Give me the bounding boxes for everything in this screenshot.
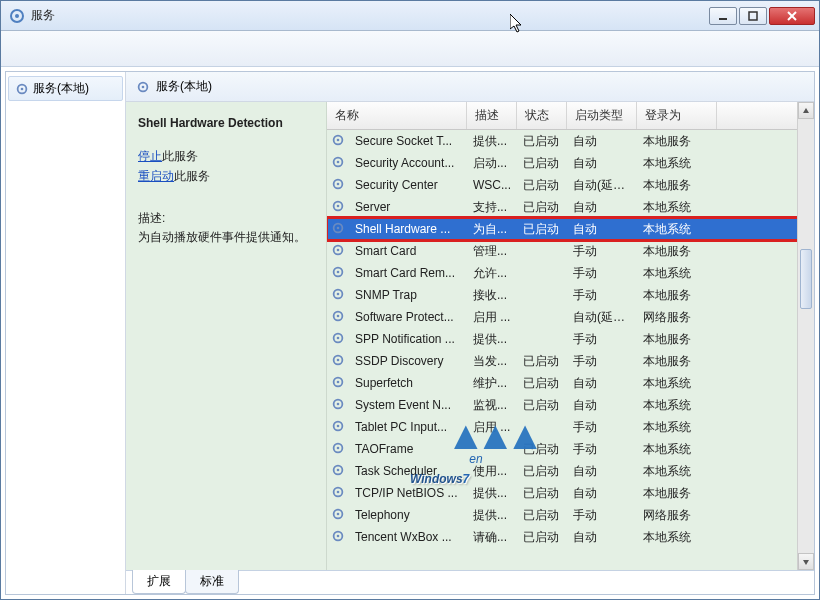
cell-logon: 本地服务 (637, 133, 717, 150)
table-row[interactable]: Secure Socket T...提供...已启动自动本地服务 (327, 130, 814, 152)
table-row[interactable]: SNMP Trap接收...手动本地服务 (327, 284, 814, 306)
table-row[interactable]: TCP/IP NetBIOS ...提供...已启动自动本地服务 (327, 482, 814, 504)
cell-logon: 本地系统 (637, 375, 717, 392)
table-row[interactable]: SPP Notification ...提供...手动本地服务 (327, 328, 814, 350)
cell-name: Telephony (349, 508, 467, 522)
svg-point-31 (337, 358, 340, 361)
gear-icon (331, 155, 345, 172)
restart-link[interactable]: 重启动 (138, 169, 174, 183)
body: 服务(本地) 服务(本地) Shell Hardware Detection 停… (5, 71, 815, 595)
table-row[interactable]: Superfetch维护...已启动自动本地系统 (327, 372, 814, 394)
cell-startup: 自动 (567, 529, 637, 546)
svg-point-15 (337, 182, 340, 185)
table-row[interactable]: Software Protect...启用 ...自动(延迟...网络服务 (327, 306, 814, 328)
pane-header: 服务(本地) (126, 72, 814, 102)
tab-standard[interactable]: 标准 (185, 570, 239, 594)
service-list: 名称 描述 状态 启动类型 登录为 Secure Socket T...提供..… (326, 102, 814, 570)
svg-point-41 (337, 468, 340, 471)
services-window: 服务 服务(本地) 服务(本地) (0, 0, 820, 600)
col-logon[interactable]: 登录为 (637, 102, 717, 129)
cell-name: Secure Socket T... (349, 134, 467, 148)
cell-desc: 提供... (467, 133, 517, 150)
right-pane: 服务(本地) Shell Hardware Detection 停止此服务 重启… (126, 72, 814, 594)
table-row[interactable]: Server支持...已启动自动本地系统 (327, 196, 814, 218)
table-row[interactable]: Smart Card Rem...允许...手动本地系统 (327, 262, 814, 284)
cell-logon: 本地系统 (637, 463, 717, 480)
cell-startup: 自动 (567, 375, 637, 392)
svg-point-7 (21, 87, 24, 90)
col-startup[interactable]: 启动类型 (567, 102, 637, 129)
scroll-up-button[interactable] (798, 102, 814, 119)
cell-name: Smart Card Rem... (349, 266, 467, 280)
description-label: 描述: (138, 210, 314, 227)
titlebar[interactable]: 服务 (1, 1, 819, 31)
cell-startup: 自动 (567, 463, 637, 480)
svg-point-37 (337, 424, 340, 427)
cell-startup: 手动 (567, 331, 637, 348)
table-row[interactable]: Task Scheduler使用...已启动自动本地系统 (327, 460, 814, 482)
minimize-button[interactable] (709, 7, 737, 25)
cell-logon: 本地服务 (637, 331, 717, 348)
cell-status: 已启动 (517, 485, 567, 502)
table-row[interactable]: Security CenterWSC...已启动自动(延迟...本地服务 (327, 174, 814, 196)
svg-point-13 (337, 160, 340, 163)
svg-point-29 (337, 336, 340, 339)
gear-icon (331, 331, 345, 348)
col-status[interactable]: 状态 (517, 102, 567, 129)
col-desc[interactable]: 描述 (467, 102, 517, 129)
svg-point-27 (337, 314, 340, 317)
cell-startup: 手动 (567, 419, 637, 436)
cell-status: 已启动 (517, 507, 567, 524)
list-rows[interactable]: Secure Socket T...提供...已启动自动本地服务Security… (327, 130, 814, 570)
cell-startup: 手动 (567, 265, 637, 282)
table-row[interactable]: Smart Card管理...手动本地服务 (327, 240, 814, 262)
cell-status: 已启动 (517, 199, 567, 216)
scroll-track[interactable] (798, 119, 814, 553)
tree-root-item[interactable]: 服务(本地) (8, 76, 123, 101)
cell-logon: 本地服务 (637, 485, 717, 502)
col-name[interactable]: 名称 (327, 102, 467, 129)
cell-desc: WSC... (467, 178, 517, 192)
maximize-button[interactable] (739, 7, 767, 25)
cell-status: 已启动 (517, 529, 567, 546)
gear-icon (331, 419, 345, 436)
cell-startup: 自动 (567, 485, 637, 502)
cell-logon: 本地服务 (637, 243, 717, 260)
close-button[interactable] (769, 7, 815, 25)
cell-status: 已启动 (517, 375, 567, 392)
cell-startup: 自动 (567, 133, 637, 150)
gear-icon (331, 441, 345, 458)
tree-pane[interactable]: 服务(本地) (6, 72, 126, 594)
gear-icon (331, 287, 345, 304)
scroll-down-button[interactable] (798, 553, 814, 570)
table-row[interactable]: Security Account...启动...已启动自动本地系统 (327, 152, 814, 174)
vertical-scrollbar[interactable] (797, 102, 814, 570)
gear-icon (331, 177, 345, 194)
tree-root-label: 服务(本地) (33, 80, 89, 97)
cell-status: 已启动 (517, 177, 567, 194)
cell-logon: 本地服务 (637, 353, 717, 370)
table-row[interactable]: System Event N...监视...已启动自动本地系统 (327, 394, 814, 416)
table-row[interactable]: Tencent WxBox ...请确...已启动自动本地系统 (327, 526, 814, 548)
table-row[interactable]: Telephony提供...已启动手动网络服务 (327, 504, 814, 526)
cell-logon: 网络服务 (637, 309, 717, 326)
stop-link[interactable]: 停止 (138, 149, 162, 163)
svg-point-47 (337, 534, 340, 537)
detail-pane: Shell Hardware Detection 停止此服务 重启动此服务 描述… (126, 102, 326, 570)
cell-startup: 自动 (567, 221, 637, 238)
tab-extended[interactable]: 扩展 (132, 570, 186, 594)
cell-status: 已启动 (517, 221, 567, 238)
cell-name: Security Center (349, 178, 467, 192)
scroll-thumb[interactable] (800, 249, 812, 309)
table-row[interactable]: TAOFrame已启动手动本地系统 (327, 438, 814, 460)
gear-icon (136, 80, 150, 94)
svg-point-19 (337, 226, 340, 229)
cell-desc: 提供... (467, 485, 517, 502)
svg-point-17 (337, 204, 340, 207)
cell-name: SNMP Trap (349, 288, 467, 302)
table-row[interactable]: Shell Hardware ...为自...已启动自动本地系统 (327, 218, 814, 240)
table-row[interactable]: SSDP Discovery当发...已启动手动本地服务 (327, 350, 814, 372)
table-row[interactable]: Tablet PC Input...启用 ...手动本地系统 (327, 416, 814, 438)
cell-desc: 允许... (467, 265, 517, 282)
gear-icon (331, 221, 345, 238)
